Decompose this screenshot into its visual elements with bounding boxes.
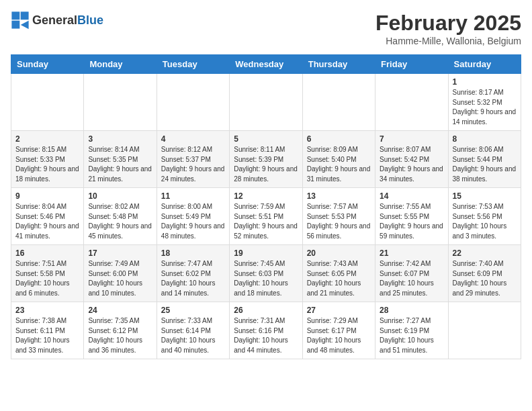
day-number: 3 xyxy=(88,134,152,144)
day-cell xyxy=(302,74,375,131)
day-number: 6 xyxy=(307,134,371,144)
day-cell: 2Sunrise: 8:15 AM Sunset: 5:33 PM Daylig… xyxy=(11,131,84,188)
day-cell: 3Sunrise: 8:14 AM Sunset: 5:35 PM Daylig… xyxy=(84,131,157,188)
weekday-header-row: SundayMondayTuesdayWednesdayThursdayFrid… xyxy=(11,55,521,74)
day-info: Sunrise: 7:43 AM Sunset: 6:05 PM Dayligh… xyxy=(307,259,371,298)
week-row-5: 23Sunrise: 7:38 AM Sunset: 6:11 PM Dayli… xyxy=(11,302,521,359)
day-info: Sunrise: 7:57 AM Sunset: 5:53 PM Dayligh… xyxy=(307,202,371,241)
day-cell xyxy=(11,74,84,131)
day-info: Sunrise: 7:53 AM Sunset: 5:56 PM Dayligh… xyxy=(453,202,517,241)
day-number: 27 xyxy=(307,306,371,315)
day-number: 8 xyxy=(453,134,517,144)
day-info: Sunrise: 8:04 AM Sunset: 5:46 PM Dayligh… xyxy=(15,202,79,241)
weekday-header-tuesday: Tuesday xyxy=(157,55,229,74)
day-cell: 18Sunrise: 7:47 AM Sunset: 6:02 PM Dayli… xyxy=(157,245,229,302)
day-cell: 11Sunrise: 8:00 AM Sunset: 5:49 PM Dayli… xyxy=(157,188,229,245)
day-number: 4 xyxy=(161,134,225,144)
day-number: 15 xyxy=(453,191,517,201)
day-cell: 20Sunrise: 7:43 AM Sunset: 6:05 PM Dayli… xyxy=(302,245,375,302)
day-cell: 27Sunrise: 7:29 AM Sunset: 6:17 PM Dayli… xyxy=(302,302,375,359)
day-info: Sunrise: 8:00 AM Sunset: 5:49 PM Dayligh… xyxy=(161,202,225,241)
day-info: Sunrise: 7:55 AM Sunset: 5:55 PM Dayligh… xyxy=(380,202,443,241)
day-number: 2 xyxy=(15,134,79,144)
day-cell: 24Sunrise: 7:35 AM Sunset: 6:12 PM Dayli… xyxy=(84,302,157,359)
calendar-subtitle: Hamme-Mille, Wallonia, Belgium xyxy=(375,36,521,46)
day-info: Sunrise: 7:59 AM Sunset: 5:51 PM Dayligh… xyxy=(234,202,298,241)
day-cell xyxy=(230,74,302,131)
day-cell: 1Sunrise: 8:17 AM Sunset: 5:32 PM Daylig… xyxy=(448,74,521,131)
day-cell xyxy=(448,302,521,359)
day-info: Sunrise: 7:40 AM Sunset: 6:09 PM Dayligh… xyxy=(453,259,517,298)
day-number: 23 xyxy=(15,306,79,315)
day-number: 19 xyxy=(234,248,298,258)
day-cell: 17Sunrise: 7:49 AM Sunset: 6:00 PM Dayli… xyxy=(84,245,157,302)
day-number: 20 xyxy=(307,248,371,258)
weekday-header-saturday: Saturday xyxy=(448,55,521,74)
day-cell xyxy=(375,74,448,131)
day-cell: 6Sunrise: 8:09 AM Sunset: 5:40 PM Daylig… xyxy=(302,131,375,188)
day-number: 12 xyxy=(234,191,298,201)
day-info: Sunrise: 8:07 AM Sunset: 5:42 PM Dayligh… xyxy=(380,145,443,184)
day-cell: 19Sunrise: 7:45 AM Sunset: 6:03 PM Dayli… xyxy=(230,245,302,302)
title-block: February 2025 Hamme-Mille, Wallonia, Bel… xyxy=(375,11,521,46)
day-info: Sunrise: 8:12 AM Sunset: 5:37 PM Dayligh… xyxy=(161,145,225,184)
day-cell: 8Sunrise: 8:06 AM Sunset: 5:44 PM Daylig… xyxy=(448,131,521,188)
weekday-header-monday: Monday xyxy=(84,55,157,74)
day-number: 16 xyxy=(15,248,79,258)
logo-text-general: General xyxy=(32,13,77,27)
weekday-header-sunday: Sunday xyxy=(11,55,84,74)
day-info: Sunrise: 8:09 AM Sunset: 5:40 PM Dayligh… xyxy=(307,145,371,184)
day-cell: 4Sunrise: 8:12 AM Sunset: 5:37 PM Daylig… xyxy=(157,131,229,188)
day-info: Sunrise: 7:38 AM Sunset: 6:11 PM Dayligh… xyxy=(15,316,79,355)
day-cell: 25Sunrise: 7:33 AM Sunset: 6:14 PM Dayli… xyxy=(157,302,229,359)
day-number: 18 xyxy=(161,248,225,258)
logo-text-blue: Blue xyxy=(77,13,103,27)
day-info: Sunrise: 8:02 AM Sunset: 5:48 PM Dayligh… xyxy=(88,202,152,241)
day-info: Sunrise: 7:47 AM Sunset: 6:02 PM Dayligh… xyxy=(161,259,225,298)
day-cell: 14Sunrise: 7:55 AM Sunset: 5:55 PM Dayli… xyxy=(375,188,448,245)
day-cell: 15Sunrise: 7:53 AM Sunset: 5:56 PM Dayli… xyxy=(448,188,521,245)
day-number: 13 xyxy=(307,191,371,201)
day-number: 28 xyxy=(380,306,443,315)
day-info: Sunrise: 7:33 AM Sunset: 6:14 PM Dayligh… xyxy=(161,316,225,355)
day-number: 9 xyxy=(15,191,79,201)
day-number: 26 xyxy=(234,306,298,315)
day-number: 24 xyxy=(88,306,152,315)
day-cell: 7Sunrise: 8:07 AM Sunset: 5:42 PM Daylig… xyxy=(375,131,448,188)
logo: GeneralBlue xyxy=(11,11,103,30)
svg-rect-1 xyxy=(11,11,19,19)
calendar-title: February 2025 xyxy=(375,11,521,36)
day-info: Sunrise: 8:17 AM Sunset: 5:32 PM Dayligh… xyxy=(453,88,517,127)
day-number: 17 xyxy=(88,248,152,258)
day-info: Sunrise: 8:15 AM Sunset: 5:33 PM Dayligh… xyxy=(15,145,79,184)
svg-rect-3 xyxy=(11,21,19,29)
day-cell: 9Sunrise: 8:04 AM Sunset: 5:46 PM Daylig… xyxy=(11,188,84,245)
day-number: 25 xyxy=(161,306,225,315)
day-cell: 5Sunrise: 8:11 AM Sunset: 5:39 PM Daylig… xyxy=(230,131,302,188)
day-cell: 16Sunrise: 7:51 AM Sunset: 5:58 PM Dayli… xyxy=(11,245,84,302)
day-number: 10 xyxy=(88,191,152,201)
day-cell: 21Sunrise: 7:42 AM Sunset: 6:07 PM Dayli… xyxy=(375,245,448,302)
weekday-header-wednesday: Wednesday xyxy=(230,55,302,74)
day-info: Sunrise: 7:31 AM Sunset: 6:16 PM Dayligh… xyxy=(234,316,298,355)
page-header: GeneralBlue February 2025 Hamme-Mille, W… xyxy=(11,11,521,46)
day-cell xyxy=(84,74,157,131)
day-info: Sunrise: 8:14 AM Sunset: 5:35 PM Dayligh… xyxy=(88,145,152,184)
day-number: 14 xyxy=(380,191,443,201)
svg-rect-2 xyxy=(21,11,29,19)
day-cell: 23Sunrise: 7:38 AM Sunset: 6:11 PM Dayli… xyxy=(11,302,84,359)
day-number: 5 xyxy=(234,134,298,144)
day-info: Sunrise: 7:45 AM Sunset: 6:03 PM Dayligh… xyxy=(234,259,298,298)
weekday-header-friday: Friday xyxy=(375,55,448,74)
day-cell: 26Sunrise: 7:31 AM Sunset: 6:16 PM Dayli… xyxy=(230,302,302,359)
day-number: 21 xyxy=(380,248,443,258)
day-info: Sunrise: 7:29 AM Sunset: 6:17 PM Dayligh… xyxy=(307,316,371,355)
day-cell: 22Sunrise: 7:40 AM Sunset: 6:09 PM Dayli… xyxy=(448,245,521,302)
week-row-3: 9Sunrise: 8:04 AM Sunset: 5:46 PM Daylig… xyxy=(11,188,521,245)
calendar-table: SundayMondayTuesdayWednesdayThursdayFrid… xyxy=(11,54,521,359)
day-cell xyxy=(157,74,229,131)
day-info: Sunrise: 7:49 AM Sunset: 6:00 PM Dayligh… xyxy=(88,259,152,298)
day-cell: 28Sunrise: 7:27 AM Sunset: 6:19 PM Dayli… xyxy=(375,302,448,359)
day-cell: 10Sunrise: 8:02 AM Sunset: 5:48 PM Dayli… xyxy=(84,188,157,245)
day-info: Sunrise: 7:51 AM Sunset: 5:58 PM Dayligh… xyxy=(15,259,79,298)
